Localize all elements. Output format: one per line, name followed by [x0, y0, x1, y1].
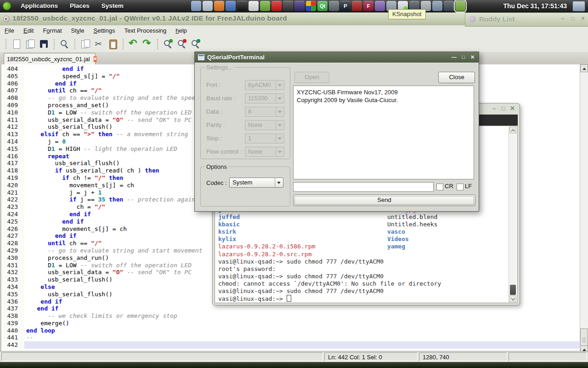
- menu-file[interactable]: File: [0, 25, 19, 34]
- suse-logo-icon[interactable]: [3, 2, 11, 10]
- close-button[interactable]: Close: [438, 72, 475, 83]
- menu-settings[interactable]: Settings: [89, 25, 119, 34]
- save-icon: [39, 39, 50, 50]
- line-number: 415: [1, 145, 24, 153]
- panel-clock[interactable]: Thu Dec 31, 17:51:43: [503, 0, 567, 12]
- undo-button[interactable]: [127, 38, 141, 51]
- tab-close-icon[interactable]: ✕: [93, 56, 97, 62]
- zoom-original-button[interactable]: [189, 38, 203, 51]
- buddy-minimize-icon[interactable]: –: [559, 15, 566, 22]
- menu-style[interactable]: Style: [67, 25, 89, 34]
- buddy-list-window[interactable]: Buddy List – □ ×: [465, 12, 588, 27]
- new-file-button[interactable]: [10, 38, 23, 51]
- red-dragon-icon[interactable]: [271, 1, 282, 11]
- copy-button[interactable]: [79, 38, 92, 51]
- battery-full-icon[interactable]: [455, 1, 465, 11]
- serial-output-textarea[interactable]: XYZCNC-USB Firmware Nov17, 2009Copyright…: [293, 86, 474, 179]
- show-desktop-icon[interactable]: [572, 1, 585, 12]
- line-number: 422: [1, 196, 24, 203]
- chevron-down-icon: [276, 107, 284, 116]
- parity-combobox[interactable]: None: [245, 120, 284, 130]
- line-number: 436: [1, 298, 24, 305]
- firefox-icon[interactable]: [214, 1, 224, 11]
- stop-combobox[interactable]: 1: [245, 133, 284, 144]
- open-file-button[interactable]: [23, 38, 37, 51]
- inkscape-icon[interactable]: [329, 1, 339, 11]
- data-combobox[interactable]: 8: [245, 107, 284, 117]
- open-button[interactable]: Open: [294, 72, 329, 83]
- battery-icon[interactable]: [432, 1, 442, 11]
- pidgin-icon[interactable]: [375, 1, 385, 11]
- flow-control-combobox[interactable]: None: [245, 147, 284, 157]
- dialog-close-icon[interactable]: ✕: [469, 53, 476, 61]
- baud-rate-combobox[interactable]: 115200: [245, 93, 284, 104]
- menu-format[interactable]: Format: [38, 25, 66, 34]
- terminal-scrollbar[interactable]: [509, 126, 517, 302]
- qserialport-dialog[interactable]: QSerialPortTerminal — □ ✕ Settings... Po…: [194, 52, 479, 212]
- toolbar-separator: [157, 39, 159, 50]
- find-button[interactable]: [58, 38, 72, 51]
- purple-orb-icon[interactable]: [294, 1, 305, 11]
- menu-help[interactable]: help: [171, 25, 192, 34]
- terminal-close-icon[interactable]: ✕: [509, 105, 516, 112]
- f-logo-icon[interactable]: F: [363, 1, 373, 11]
- dialog-titlebar[interactable]: QSerialPortTerminal — □ ✕: [195, 52, 479, 63]
- terminal-line: juffed untitled.blend: [218, 213, 508, 221]
- buddy-maximize-icon[interactable]: □: [569, 15, 577, 22]
- terminal-maximize-icon[interactable]: □: [500, 105, 507, 112]
- scribus-icon[interactable]: P: [340, 1, 351, 11]
- toolbar-separator: [53, 39, 56, 50]
- terminal-scroll-up-icon[interactable]: [509, 126, 516, 133]
- status-window-size: 1280, 740: [419, 352, 507, 361]
- color-blocks-icon[interactable]: [306, 1, 316, 11]
- code-editor-icon[interactable]: [260, 1, 270, 11]
- microchip-icon[interactable]: [283, 1, 293, 11]
- red-tux-icon[interactable]: [352, 1, 362, 11]
- field-value: ttyACM0: [248, 81, 271, 88]
- paste-button[interactable]: [106, 38, 120, 51]
- terminal-scrollbar-thumb[interactable]: [510, 285, 516, 295]
- file-manager-icon[interactable]: [203, 1, 213, 11]
- lf-checkbox[interactable]: [457, 184, 464, 190]
- zoom-in-button[interactable]: [161, 38, 175, 51]
- line-number: 439: [1, 320, 24, 327]
- qwriter-app-icon: [3, 16, 10, 22]
- menu-text-processing[interactable]: Text Processing: [119, 25, 171, 34]
- codec-combobox[interactable]: System: [229, 178, 283, 188]
- zoom-out-icon: [176, 39, 187, 50]
- display-settings-icon[interactable]: [444, 1, 454, 11]
- dialog-minimize-icon[interactable]: —: [450, 53, 458, 61]
- settings-group: Settings... Port :ttyACM0Baud rate :1152…: [200, 67, 290, 159]
- buddy-close-icon[interactable]: ×: [579, 15, 587, 22]
- cut-button[interactable]: [92, 38, 106, 51]
- line-number: 433: [1, 276, 24, 283]
- editor-scrollbar[interactable]: [580, 64, 588, 361]
- web-browser-icon[interactable]: [191, 1, 201, 11]
- qt-logo-icon[interactable]: Qt: [317, 1, 328, 11]
- send-button[interactable]: Send: [293, 195, 475, 206]
- globe-icon[interactable]: [226, 1, 236, 11]
- port-combobox[interactable]: ttyACM0: [245, 80, 284, 90]
- dialog-maximize-icon[interactable]: □: [459, 53, 467, 61]
- panel-menu-places[interactable]: Places: [64, 2, 96, 9]
- line-number: 434: [1, 283, 24, 291]
- panel-menu-system[interactable]: System: [96, 2, 130, 9]
- save-button[interactable]: [37, 38, 51, 51]
- redo-button[interactable]: [141, 38, 154, 51]
- panel-menu-applications[interactable]: Applications: [15, 2, 64, 9]
- field-label: Data :: [206, 108, 222, 115]
- settings-field: Baud rate :115200: [206, 93, 289, 104]
- cr-checkbox[interactable]: [436, 184, 443, 190]
- terminal-icon[interactable]: [237, 1, 247, 11]
- chevron-down-icon: [276, 94, 284, 103]
- terminal-minimize-icon[interactable]: –: [491, 105, 498, 112]
- tab-18f2550-usbcdc-xyzcnc[interactable]: 18f2550_usbcdc_xyzcnc_01.jal ✕: [4, 53, 96, 64]
- terminal-scroll-down-icon[interactable]: [509, 295, 516, 302]
- chevron-down-icon[interactable]: [275, 178, 283, 187]
- menu-edit[interactable]: Edit: [19, 25, 38, 34]
- scroll-up-button[interactable]: [580, 64, 588, 72]
- text-editor-icon[interactable]: [249, 1, 259, 11]
- zoom-out-button[interactable]: [175, 38, 189, 51]
- send-text-input[interactable]: [293, 182, 434, 192]
- field-value: 115200: [248, 95, 267, 102]
